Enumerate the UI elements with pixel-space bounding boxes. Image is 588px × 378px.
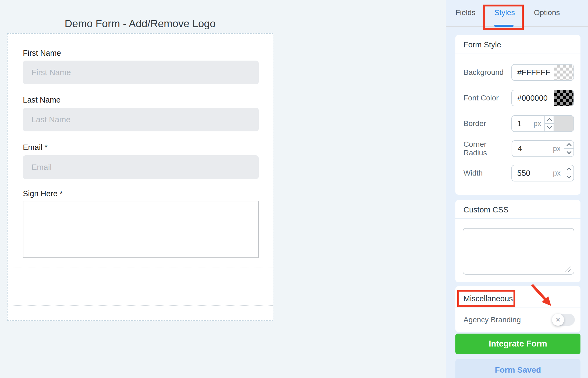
chevron-up-icon [566, 143, 571, 148]
miscellaneous-title: Miscellaneous [463, 294, 513, 303]
background-color-input[interactable]: #FFFFFF [511, 64, 574, 81]
form-canvas: Demo Form - Add/Remove Logo First Name L… [0, 0, 446, 378]
corner-radius-value[interactable]: 4 [512, 141, 553, 156]
last-name-label: Last Name [23, 96, 61, 104]
corner-radius-stepper [564, 141, 573, 156]
signature-label: Sign Here * [23, 189, 63, 198]
tab-styles[interactable]: Styles [494, 8, 515, 17]
font-color-label: Font Color [463, 94, 499, 102]
email-input[interactable] [23, 155, 259, 179]
tab-options[interactable]: Options [534, 8, 560, 17]
font-color-swatch[interactable] [554, 90, 573, 106]
chevron-down-icon [566, 174, 571, 178]
divider [455, 218, 580, 219]
corner-radius-input[interactable]: 4 px [512, 140, 574, 157]
background-label: Background [463, 68, 504, 77]
corner-radius-row: Corner Radius 4 px [463, 140, 574, 157]
background-color-value[interactable]: #FFFFFF [512, 65, 554, 80]
stepper-up-button[interactable] [564, 165, 573, 173]
agency-branding-toggle[interactable] [552, 314, 575, 326]
background-color-swatch[interactable] [554, 65, 573, 80]
background-row: Background #FFFFFF [463, 64, 574, 81]
font-color-value[interactable]: #000000 [512, 90, 554, 106]
panel-tabbar: Fields Styles Options [446, 0, 588, 27]
font-color-row: Font Color #000000 [463, 90, 574, 106]
chevron-up-icon [566, 167, 571, 172]
font-color-input[interactable]: #000000 [511, 90, 574, 106]
width-row: Width 550 px [463, 165, 574, 181]
width-stepper [564, 165, 573, 181]
tabbar-divider [446, 26, 588, 27]
form-preview-box[interactable]: First Name Last Name Email * Sign Here * [7, 33, 273, 321]
tab-fields[interactable]: Fields [455, 8, 476, 17]
border-width-value[interactable]: 1 [512, 116, 533, 131]
divider [455, 307, 580, 307]
integrate-form-button[interactable]: Integrate Form [455, 334, 580, 354]
custom-css-title: Custom CSS [463, 205, 509, 214]
miscellaneous-card: Miscellaneous Agency Branding [455, 286, 580, 332]
first-name-label: First Name [23, 49, 61, 58]
border-unit-label: px [533, 120, 541, 128]
agency-branding-label: Agency Branding [463, 316, 521, 324]
chevron-up-icon [547, 118, 552, 123]
active-tab-underline [494, 25, 513, 27]
width-label: Width [463, 169, 483, 177]
stepper-up-button[interactable] [564, 141, 573, 149]
signature-pad[interactable] [23, 201, 259, 258]
form-style-card: Form Style Background #FFFFFF Font Color… [455, 35, 580, 195]
width-unit-label: px [553, 169, 561, 177]
chevron-down-icon [566, 149, 571, 154]
stepper-down-button[interactable] [564, 149, 573, 156]
border-row: Border 1 px [463, 115, 574, 132]
corner-radius-unit-label: px [553, 145, 561, 153]
stepper-down-button[interactable] [545, 124, 554, 131]
divider [455, 54, 580, 54]
stepper-up-button[interactable] [545, 116, 554, 124]
border-color-swatch[interactable] [554, 116, 573, 131]
custom-css-textarea[interactable] [463, 228, 574, 275]
field-dropzone[interactable] [8, 268, 273, 306]
last-name-input[interactable] [23, 108, 259, 131]
form-preview-title: Demo Form - Add/Remove Logo [7, 18, 273, 30]
border-label: Border [463, 119, 486, 128]
chevron-down-icon [547, 124, 552, 129]
width-input[interactable]: 550 px [511, 165, 574, 181]
first-name-input[interactable] [23, 61, 259, 84]
form-style-title: Form Style [463, 40, 501, 49]
border-width-stepper [544, 116, 554, 131]
corner-radius-label: Corner Radius [463, 140, 512, 157]
toggle-off-knob-x-icon [552, 314, 564, 326]
border-width-input[interactable]: 1 px [511, 115, 574, 132]
custom-css-card: Custom CSS [455, 200, 580, 282]
email-label: Email * [23, 143, 48, 152]
form-saved-button[interactable]: Form Saved [455, 359, 580, 378]
settings-panel: Fields Styles Options Form Style Backgro… [446, 0, 588, 378]
width-value[interactable]: 550 [512, 165, 553, 181]
stepper-down-button[interactable] [564, 173, 573, 181]
